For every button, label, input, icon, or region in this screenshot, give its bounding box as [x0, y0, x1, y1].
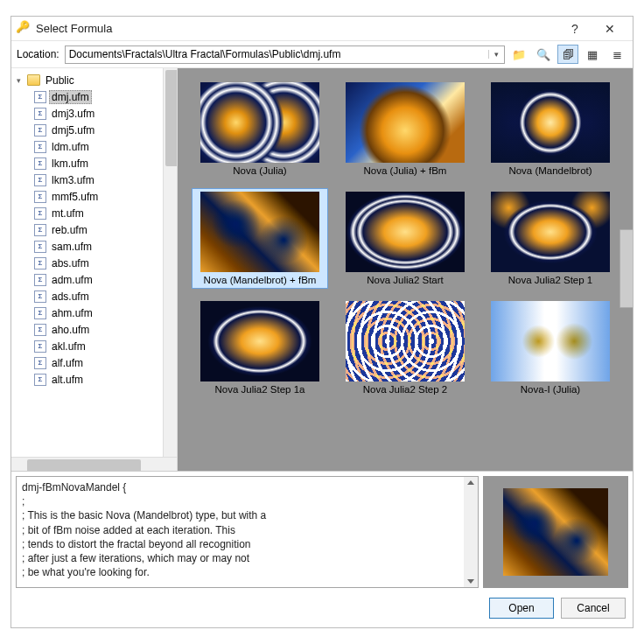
tree-file-item[interactable]: reb.ufm: [15, 221, 177, 238]
tree-file-label: dmj.ufm: [49, 90, 92, 104]
thumbnail-item[interactable]: Nova (Julia) + fBm: [337, 79, 473, 179]
thumbnail-caption: Nova-I (Julia): [521, 384, 580, 395]
cancel-button[interactable]: Cancel: [561, 598, 626, 619]
tree-file-label: adm.ufm: [49, 273, 95, 287]
location-label: Location:: [17, 48, 60, 60]
description-line: ;: [22, 494, 472, 508]
find-button[interactable]: 🔍: [533, 45, 554, 64]
thumbnail-caption: Nova (Mandelbrot) + fBm: [204, 275, 317, 285]
tree-folder-label: Public: [43, 74, 77, 88]
up-folder-button[interactable]: 📁: [508, 45, 529, 64]
thumbnail-item[interactable]: Nova Julia2 Step 1a: [192, 298, 328, 398]
thumbnail-item[interactable]: Nova Julia2 Step 2: [337, 298, 473, 398]
formula-file-icon: [34, 274, 46, 286]
formula-file-icon: [34, 108, 46, 120]
thumbnail-caption: Nova (Mandelbrot): [508, 165, 592, 176]
tree-file-item[interactable]: adm.ufm: [15, 271, 177, 288]
tree-file-item[interactable]: abs.ufm: [15, 255, 177, 271]
tree-scrollbar-vertical[interactable]: [163, 68, 177, 457]
formula-file-icon: [34, 290, 46, 303]
main-split: ▾ Public dmj.ufmdmj3.ufmdmj5.ufmldm.ufml…: [11, 68, 633, 471]
tree-file-label: reb.ufm: [49, 223, 90, 237]
thumbnail-item[interactable]: Nova (Mandelbrot) + fBm: [192, 188, 328, 289]
bottom-pane: dmj-fBmNovaMandel {;; This is the basic …: [11, 471, 633, 592]
tree-file-label: aho.ufm: [49, 323, 92, 337]
tree-file-item[interactable]: alf.ufm: [15, 354, 177, 371]
formula-file-icon: [34, 158, 46, 170]
tree-file-item[interactable]: mt.ufm: [15, 205, 177, 221]
view-thumbnails-button[interactable]: ▦: [582, 45, 603, 64]
formula-file-icon: [34, 307, 46, 319]
tree-file-item[interactable]: sam.ufm: [15, 238, 177, 255]
description-line: ; be what you're looking for.: [22, 565, 472, 579]
thumbnail-item[interactable]: Nova-I (Julia): [482, 298, 619, 398]
description-line: ; tends to distort the fractal beyond al…: [22, 537, 472, 551]
location-combo[interactable]: ▾: [65, 46, 505, 64]
tree-collapse-icon[interactable]: ▾: [17, 76, 27, 85]
copy-button[interactable]: 🗐: [557, 45, 578, 64]
thumbnail-caption: Nova (Julia): [233, 165, 286, 176]
tree-file-item[interactable]: ldm.ufm: [15, 138, 177, 155]
tree-file-item[interactable]: akl.ufm: [15, 338, 177, 354]
tree-file-item[interactable]: ahm.ufm: [15, 304, 177, 321]
tree-file-label: alt.ufm: [49, 373, 86, 387]
thumbnail-caption: Nova Julia2 Step 2: [363, 384, 448, 395]
description-line: ; bit of fBm noise added at each iterati…: [22, 523, 472, 537]
tree-file-label: lkm.ufm: [49, 157, 91, 171]
tree-folder-public[interactable]: ▾ Public: [15, 72, 177, 88]
tree-file-item[interactable]: dmj5.ufm: [15, 122, 177, 138]
preview-pane: [483, 476, 628, 588]
thumbnail-image: [346, 301, 465, 382]
thumbnail-item[interactable]: Nova (Julia): [192, 79, 328, 179]
tree-file-item[interactable]: mmf5.ufm: [15, 188, 177, 205]
thumbnail-caption: Nova (Julia) + fBm: [364, 165, 447, 176]
location-input[interactable]: [66, 48, 488, 60]
view-list-button[interactable]: ≣: [606, 45, 627, 64]
dialog-button-row: Open Cancel: [11, 592, 633, 627]
dialog-title: Select Formula: [36, 22, 557, 35]
tree-file-item[interactable]: lkm.ufm: [15, 155, 177, 172]
description-pane[interactable]: dmj-fBmNovaMandel {;; This is the basic …: [16, 476, 479, 588]
description-scrollbar[interactable]: [464, 477, 478, 587]
formula-file-icon: [34, 241, 46, 253]
thumbnail-image: [200, 192, 319, 272]
select-formula-dialog: Select Formula ? ✕ Location: ▾ 📁 🔍 🗐 ▦ ≣…: [10, 16, 634, 628]
tree-file-item[interactable]: dmj3.ufm: [15, 105, 177, 122]
open-button[interactable]: Open: [489, 598, 554, 619]
file-tree[interactable]: ▾ Public dmj.ufmdmj3.ufmdmj5.ufmldm.ufml…: [11, 68, 177, 457]
formula-file-icon: [34, 324, 46, 336]
thumbnail-image: [491, 82, 610, 163]
thumbnail-item[interactable]: Nova (Mandelbrot): [482, 79, 619, 179]
tree-file-label: dmj3.ufm: [49, 107, 97, 121]
grid-scrollbar[interactable]: [620, 229, 633, 308]
thumbnail-caption: Nova Julia2 Start: [367, 275, 444, 285]
formula-file-icon: [34, 224, 46, 236]
tree-file-item[interactable]: aho.ufm: [15, 321, 177, 338]
chevron-down-icon[interactable]: ▾: [488, 50, 504, 59]
tree-file-item[interactable]: ads.ufm: [15, 288, 177, 304]
description-line: ; This is the basic Nova (Mandelbrot) ty…: [22, 508, 472, 522]
tree-file-item[interactable]: lkm3.ufm: [15, 172, 177, 188]
thumbnail-grid[interactable]: Nova (Julia)Nova (Julia) + fBmNova (Mand…: [178, 68, 633, 409]
formula-file-icon: [34, 340, 46, 353]
tree-file-label: mmf5.ufm: [49, 190, 101, 204]
thumbnail-image: [346, 82, 465, 163]
thumbnail-caption: Nova Julia2 Step 1a: [215, 384, 305, 395]
tree-file-item[interactable]: dmj.ufm: [15, 88, 177, 105]
formula-file-icon: [34, 91, 46, 103]
thumbnail-image: [491, 192, 610, 272]
formula-file-icon: [34, 191, 46, 203]
thumbnail-item[interactable]: Nova Julia2 Step 1: [482, 188, 619, 289]
help-button[interactable]: ?: [557, 18, 592, 40]
formula-key-icon: [17, 22, 31, 36]
tree-file-label: abs.ufm: [49, 256, 92, 270]
tree-file-label: akl.ufm: [49, 340, 88, 354]
thumbnail-item[interactable]: Nova Julia2 Start: [337, 188, 473, 289]
description-line: dmj-fBmNovaMandel {: [22, 480, 472, 494]
tree-file-item[interactable]: alt.ufm: [15, 371, 177, 388]
thumbnail-grid-pane: Nova (Julia)Nova (Julia) + fBmNova (Mand…: [178, 68, 633, 471]
tree-pane: ▾ Public dmj.ufmdmj3.ufmdmj5.ufmldm.ufml…: [11, 68, 178, 471]
tree-scrollbar-horizontal[interactable]: [11, 457, 177, 471]
thumbnail-image: [491, 301, 610, 382]
close-button[interactable]: ✕: [592, 18, 627, 40]
